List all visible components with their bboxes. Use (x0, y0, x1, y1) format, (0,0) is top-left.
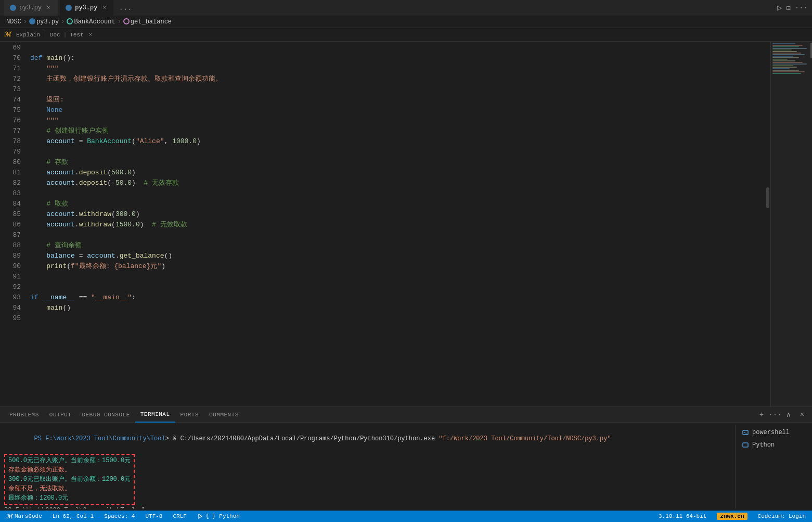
panel-maximize-button[interactable]: ∧ (783, 409, 794, 421)
tab-active-label: py3.py (75, 4, 97, 11)
status-spaces[interactable]: Spaces: 4 (102, 511, 137, 522)
secondary-tab-explain[interactable]: Explain (13, 28, 43, 42)
sep-2: | (63, 32, 67, 38)
panel-tab-terminal[interactable]: TERMINAL (135, 407, 175, 423)
breadcrumb-sep-2: › (61, 18, 65, 26)
code-line-75: None (30, 105, 765, 116)
tab-active[interactable]: py3.py × (60, 0, 113, 16)
panel-tabs: PROBLEMS OUTPUT DEBUG CONSOLE TERMINAL P… (0, 407, 812, 423)
breadcrumb-sep-3: › (118, 18, 121, 26)
python-version-text: 3.10.11 64-bit (659, 513, 706, 519)
code-line-86: account.withdraw(1500.0) # 无效取款 (30, 220, 765, 230)
svg-point-4 (124, 19, 129, 24)
python-icon-active (65, 4, 72, 11)
minimap (770, 42, 812, 406)
title-bar-tabs: py3.py × py3.py × ... (4, 0, 135, 16)
terminal-python-label: Python (752, 440, 775, 450)
editor-area: 6970717273 7475767778 7980818283 8485868… (0, 42, 812, 406)
panel-close-button[interactable]: × (796, 409, 808, 421)
breadcrumb-item-1[interactable]: NDSC (6, 18, 21, 26)
tab-label: py3.py (19, 4, 42, 11)
code-line-83 (30, 188, 765, 199)
status-language[interactable]: { } Python (195, 511, 242, 522)
secondary-tabs-close[interactable]: × (89, 32, 93, 38)
code-lines: def main(): """ 主函数，创建银行账户并演示存款、取款和查询余额功… (26, 42, 765, 406)
terminal-output-line-4: 余额不足，无法取款。 (8, 484, 131, 493)
line-col-text: Ln 62, Col 1 (53, 513, 94, 519)
more-actions-icon[interactable]: ··· (795, 4, 808, 12)
panel-tab-debug-console[interactable]: DEBUG CONSOLE (76, 407, 135, 423)
code-line-73 (30, 84, 765, 95)
code-line-80: # 存款 (30, 157, 765, 168)
editor-scrollbar[interactable] (765, 42, 770, 406)
code-line-90: print(f"最终余额: {balance}元") (30, 261, 765, 272)
scrollbar-thumb[interactable] (766, 187, 769, 208)
terminal-more-button[interactable]: ··· (769, 409, 781, 421)
status-line-ending[interactable]: CRLF (171, 511, 188, 522)
code-line-79 (30, 147, 765, 157)
title-bar: py3.py × py3.py × ... ▷ ⊟ ··· (0, 0, 812, 16)
znwx-badge: znwx.cn (717, 513, 747, 520)
status-codeium[interactable]: Codeium: Login (756, 511, 808, 522)
svg-point-0 (10, 5, 16, 11)
code-line-81: account.deposit(500.0) (30, 168, 765, 178)
status-line-col[interactable]: Ln 62, Col 1 (50, 511, 96, 522)
tab-close-active[interactable]: × (100, 4, 108, 12)
status-znwx[interactable]: znwx.cn (715, 511, 749, 522)
python-terminal-icon (742, 441, 749, 449)
add-terminal-button[interactable]: + (756, 409, 767, 421)
marscode-status-icon: ℳ (6, 513, 12, 520)
terminal-main[interactable]: PS F:\Work\2023 Tool\Community\Tool> & C… (4, 425, 735, 508)
panel-tab-comments[interactable]: COMMENTS (204, 407, 244, 423)
code-content: 6970717273 7475767778 7980818283 8485868… (0, 42, 812, 406)
terminal-output-box: 500.0元已存入账户。当前余额：1500.0元 存款金额必须为正数。 300.… (4, 454, 135, 505)
panel-tab-ports[interactable]: PORTS (175, 407, 204, 423)
language-text: { } Python (205, 513, 240, 519)
code-line-84: # 取款 (30, 199, 765, 209)
terminal-icon (742, 429, 749, 436)
code-line-91 (30, 272, 765, 282)
breadcrumb-item-4[interactable]: get_balance (123, 18, 172, 26)
minimap-content (771, 42, 812, 406)
code-line-89: balance = account.get_balance() (30, 251, 765, 261)
encoding-text: UTF-8 (145, 513, 162, 519)
code-line-82: account.deposit(-50.0) # 无效存款 (30, 178, 765, 188)
line-ending-text: CRLF (173, 513, 186, 519)
svg-point-2 (29, 18, 35, 24)
svg-point-3 (67, 19, 72, 24)
status-right: 3.10.11 64-bit znwx.cn Codeium: Login (656, 511, 808, 522)
terminal-side-python[interactable]: Python (740, 439, 804, 451)
code-line-76: """ (30, 116, 765, 126)
more-tabs-button[interactable]: ... (115, 4, 135, 12)
terminal-output-line-5: 最终余额：1200.0元 (8, 493, 131, 503)
breadcrumb: NDSC › py3.py › BankAccount › get_balanc… (0, 16, 812, 28)
breadcrumb-item-3[interactable]: BankAccount (67, 18, 115, 26)
panel-tab-actions: + ··· ∧ × (756, 409, 808, 421)
secondary-tab-doc[interactable]: Doc (47, 28, 63, 42)
breadcrumb-item-2[interactable]: py3.py (29, 18, 59, 26)
panel-tab-problems[interactable]: PROBLEMS (4, 407, 44, 423)
secondary-tabs: ℳ Explain | Doc | Test × (0, 28, 812, 42)
status-marscode[interactable]: ℳ MarsCode (4, 511, 44, 522)
run-icon[interactable]: ▷ (777, 3, 782, 13)
code-line-70: def main(): (30, 53, 765, 63)
status-python-version[interactable]: 3.10.11 64-bit (656, 511, 708, 522)
status-encoding[interactable]: UTF-8 (143, 511, 164, 522)
code-line-69 (30, 43, 765, 53)
tab-close-button[interactable]: × (44, 4, 53, 12)
secondary-tab-test[interactable]: Test (67, 28, 86, 42)
code-line-92 (30, 282, 765, 292)
terminal-prompt-line: PS F:\Work\2023 Tool\Community\Tool> (4, 506, 735, 508)
split-editor-icon[interactable]: ⊟ (786, 4, 790, 12)
marscode-status-label: MarsCode (15, 513, 42, 519)
terminal-side-powershell[interactable]: powershell (740, 427, 804, 438)
terminal-powershell-label: powershell (752, 428, 790, 437)
svg-line-6 (744, 432, 745, 433)
code-line-85: account.withdraw(300.0) (30, 209, 765, 220)
terminal-output-line-3: 300.0元已取出账户。当前余额：1200.0元 (8, 475, 131, 484)
panel-tab-output[interactable]: OUTPUT (44, 407, 77, 423)
sep-1: | (43, 32, 47, 38)
code-line-78: account = BankAccount("Alice", 1000.0) (30, 136, 765, 147)
tab-inactive[interactable]: py3.py × (4, 0, 58, 16)
marscode-logo: ℳ (4, 31, 11, 39)
